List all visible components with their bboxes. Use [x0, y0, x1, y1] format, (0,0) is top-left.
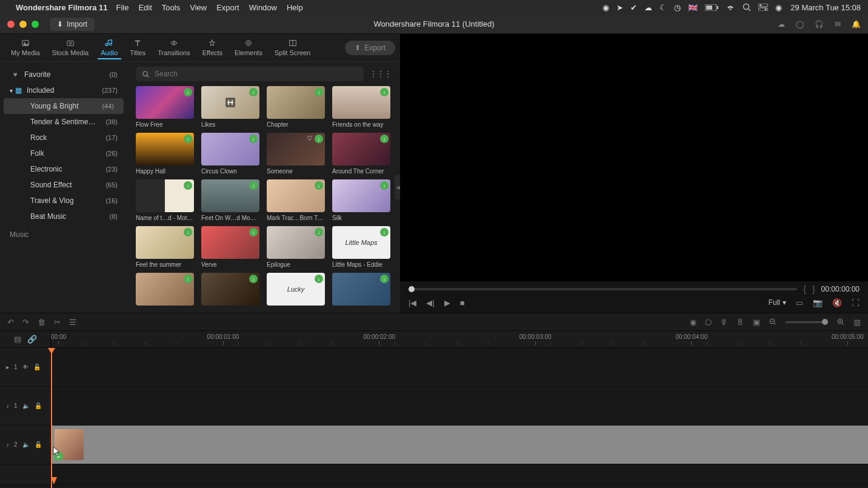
sidebar-item-travel-vlog[interactable]: Travel & Vlog(16)	[0, 193, 127, 209]
thumb-image[interactable]: ↓	[136, 179, 194, 212]
tab-titles[interactable]: Titles	[124, 36, 152, 59]
download-badge-icon[interactable]: ↓	[380, 135, 389, 143]
download-badge-icon[interactable]: ↓	[315, 228, 323, 236]
minimize-window-button[interactable]	[19, 21, 27, 28]
menu-file[interactable]: File	[116, 3, 129, 12]
tab-my-media[interactable]: My Media	[5, 36, 46, 59]
clock-icon[interactable]: ◷	[674, 3, 681, 12]
menu-edit[interactable]: Edit	[138, 3, 152, 12]
tab-stock-media[interactable]: Stock Media	[46, 36, 95, 59]
download-badge-icon[interactable]: ↓	[249, 228, 258, 236]
sidebar-item-young-bright[interactable]: Young & Bright(44)	[4, 98, 124, 114]
siri-icon[interactable]: ◉	[775, 3, 782, 12]
thumb-image[interactable]: ↓	[332, 273, 390, 306]
zoom-knob[interactable]	[822, 319, 828, 325]
download-badge-icon[interactable]: ↓	[380, 228, 389, 236]
flag-icon[interactable]: 🇬🇧	[688, 3, 698, 12]
thumb-image[interactable]: ↓	[267, 226, 325, 259]
thumb-cell[interactable]: ↓Feet On W…d Moment	[201, 179, 259, 221]
battery-icon[interactable]	[705, 4, 718, 11]
thumb-cell[interactable]: ↓Flow Free	[136, 86, 194, 128]
thumb-image[interactable]: ↓♡	[267, 133, 325, 165]
download-badge-icon[interactable]: ↓	[249, 135, 258, 143]
scrubber-knob[interactable]	[409, 286, 415, 292]
tab-transitions[interactable]: Transitions	[152, 36, 196, 59]
menu-export[interactable]: Export	[216, 3, 239, 12]
thumb-cell[interactable]: ↓Silk	[332, 179, 390, 221]
mute-icon[interactable]: 🔈	[22, 403, 30, 409]
download-badge-icon[interactable]: ↓	[380, 88, 389, 96]
thumb-image[interactable]: Little Maps↓	[332, 226, 390, 259]
download-badge-icon[interactable]: ↓	[315, 88, 323, 96]
menu-view[interactable]: View	[190, 3, 207, 12]
maximize-window-button[interactable]	[32, 21, 39, 28]
thumb-cell[interactable]: ↓Verve	[201, 226, 259, 268]
tab-split-screen[interactable]: Split Screen	[269, 36, 316, 59]
search-box[interactable]	[136, 67, 364, 81]
sidebar-item-beat-music[interactable]: Beat Music(8)	[0, 209, 127, 224]
menu-window[interactable]: Window	[249, 3, 277, 12]
stop-button[interactable]: ■	[460, 298, 465, 307]
thumb-image[interactable]: ↓	[136, 273, 194, 306]
video-track-1-lane[interactable]	[51, 348, 868, 386]
thumb-image[interactable]: ↓	[332, 133, 390, 165]
status-icon[interactable]: ◉	[603, 3, 609, 12]
thumb-image[interactable]: ↓	[201, 133, 259, 165]
notification-icon[interactable]: 🔔	[852, 20, 861, 28]
thumb-cell[interactable]: ↓	[136, 273, 194, 308]
marker-in-icon[interactable]: {	[803, 284, 806, 294]
display-icon[interactable]: ▭	[796, 298, 803, 307]
audio-track-1-lane[interactable]	[51, 387, 868, 425]
message-icon[interactable]: ✉	[835, 20, 841, 28]
playhead[interactable]	[51, 348, 52, 488]
thumb-image[interactable]: ↓	[201, 226, 259, 259]
zoom-slider[interactable]	[786, 321, 828, 323]
sidebar-included[interactable]: ▾ ▦ Included (237)	[0, 82, 127, 98]
download-badge-icon[interactable]: ↓	[184, 135, 192, 143]
timeline-ruler[interactable]: 00:0000:00:01:0000:00:02:0000:00:03:0000…	[51, 331, 868, 347]
location-icon[interactable]: ➤	[616, 3, 623, 12]
play-button[interactable]: ▶	[444, 298, 450, 307]
marker-out-icon[interactable]: }	[812, 284, 815, 294]
thumb-image[interactable]: ↓	[332, 86, 390, 119]
close-window-button[interactable]	[7, 21, 15, 28]
marker-icon[interactable]: ⬡	[705, 318, 712, 327]
sidebar-item-tender[interactable]: Tender & Sentime…(38)	[0, 114, 127, 130]
audio-track-2-lane[interactable]: +	[51, 426, 868, 464]
moon-icon[interactable]: ☾	[659, 3, 667, 12]
visibility-icon[interactable]: 👁	[22, 364, 28, 370]
tab-effects[interactable]: Effects	[196, 36, 229, 59]
mixer-icon[interactable]: 🎚	[736, 318, 744, 327]
record-icon[interactable]: ◉	[690, 318, 696, 327]
cloud-sync-icon[interactable]: ☁	[778, 20, 785, 28]
tab-audio[interactable]: Audio	[95, 36, 124, 59]
mute-icon[interactable]: 🔈	[22, 441, 30, 448]
thumb-cell[interactable]: ↓Name of t…d - Motions	[136, 179, 194, 221]
thumb-image[interactable]: ↓	[267, 179, 325, 212]
quality-dropdown[interactable]: Full▾	[769, 298, 786, 307]
import-button[interactable]: ⬇ Import	[50, 18, 95, 31]
thumb-cell[interactable]: ↓Epilogue	[267, 226, 325, 268]
sidebar-item-electronic[interactable]: Electronic(23)	[0, 161, 127, 177]
sidebar-music[interactable]: Music	[0, 224, 127, 242]
thumb-image[interactable]: ↓	[267, 86, 325, 119]
download-badge-icon[interactable]: ↓	[315, 135, 323, 143]
thumb-image[interactable]: Lucky↓	[267, 273, 325, 306]
heart-icon[interactable]: ♡	[307, 135, 313, 142]
control-center-icon[interactable]	[758, 4, 768, 11]
download-badge-icon[interactable]: ↓	[315, 275, 323, 283]
menu-tools[interactable]: Tools	[162, 3, 180, 12]
menu-help[interactable]: Help	[287, 3, 303, 12]
grid-view-toggle[interactable]: ⋮⋮⋮	[370, 70, 392, 78]
fit-zoom-button[interactable]: ▥	[853, 318, 861, 327]
thumb-cell[interactable]: Little Maps↓Little Maps - Eddie	[332, 226, 390, 268]
sidebar-item-sound-effect[interactable]: Sound Effect(65)	[0, 177, 127, 193]
lock-icon[interactable]: 🔓	[35, 403, 42, 409]
snapshot-icon[interactable]: 📷	[813, 298, 823, 307]
thumb-cell[interactable]: ↓Mark Trac…Born Twice	[267, 179, 325, 221]
thumb-cell[interactable]: ↓	[201, 273, 259, 308]
thumb-image[interactable]: ↓	[332, 179, 390, 212]
thumb-cell[interactable]: ↓♡Someone	[267, 133, 325, 175]
thumb-cell[interactable]: Lucky↓	[267, 273, 325, 308]
thumb-cell[interactable]: ↓Happy Hall	[136, 133, 194, 175]
